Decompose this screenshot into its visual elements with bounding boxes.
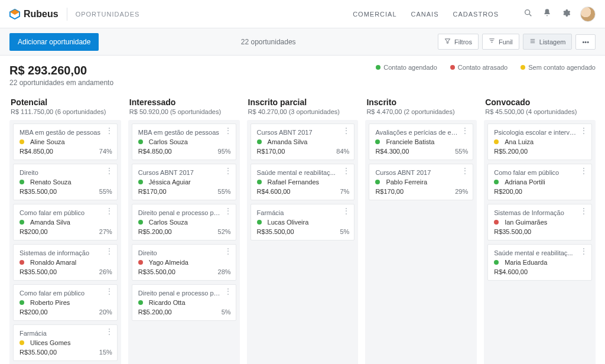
legend-atrasado: Contato atrasado [450, 64, 508, 71]
column-title: Inscrito [366, 98, 476, 107]
opportunity-card[interactable]: ⋮Cursos ABNT 2017Jéssica AguiarR$170,005… [132, 164, 236, 200]
card-value-row: R$5.200,005% [138, 308, 231, 316]
card-menu-icon[interactable]: ⋮ [342, 128, 350, 134]
opportunity-card[interactable]: ⋮FarmáciaUlices GomesR$35.500,0015% [13, 324, 118, 361]
summary-subtitle: 22 oportunidades em andamento [9, 79, 113, 87]
card-value-row: R$35.500,0055% [19, 188, 112, 195]
add-opportunity-button[interactable]: Adicionar oportunidade [9, 33, 99, 51]
card-menu-icon[interactable]: ⋮ [105, 248, 113, 254]
main-nav: COMERCIAL CANAIS CADASTROS [353, 6, 596, 22]
card-person-row: Ian Guimarães [494, 219, 587, 226]
svg-marker-4 [445, 39, 450, 43]
header-icons [523, 6, 596, 22]
card-amount: R$5.200,00 [138, 308, 172, 316]
card-percent: 52% [218, 228, 231, 235]
opportunity-card[interactable]: ⋮Sistemas de informaçãoRonaldo AmaralR$3… [13, 244, 118, 281]
card-menu-icon[interactable]: ⋮ [580, 208, 588, 214]
filtros-button[interactable]: Filtros [438, 34, 479, 50]
card-menu-icon[interactable]: ⋮ [224, 168, 232, 174]
opportunity-card[interactable]: ⋮Sistemas de InformaçãoIan GuimarãesR$35… [487, 204, 592, 240]
bell-icon[interactable] [542, 8, 552, 20]
card-menu-icon[interactable]: ⋮ [105, 168, 113, 174]
card-percent: 5% [340, 228, 349, 235]
legend-sem: Sem contato agendado [521, 64, 596, 71]
more-button[interactable]: ••• [575, 34, 596, 50]
logo[interactable]: Rubeus [9, 9, 58, 20]
card-percent: 95% [218, 148, 231, 155]
card-menu-icon[interactable]: ⋮ [224, 208, 232, 214]
status-dot-icon [494, 139, 499, 144]
status-dot-icon [138, 139, 143, 144]
status-dot-icon [375, 180, 380, 184]
column-subtitle: R$ 4.470,00 (2 oportunidades) [366, 108, 476, 115]
card-value-row: R$4.600,007% [257, 188, 350, 195]
card-menu-icon[interactable]: ⋮ [105, 208, 113, 214]
opportunity-card[interactable]: ⋮Saúde mental e reabilitaç...Maria Eduar… [487, 244, 592, 281]
opportunity-card[interactable]: ⋮Como falar em públicoAdriana PortiliR$2… [487, 164, 592, 200]
opportunity-card[interactable]: ⋮Cursos ABNT 2017Pablo FerreiraR$170,002… [369, 164, 473, 200]
card-title: Direito penal e processo penal [138, 290, 231, 297]
card-person: Ronaldo Amaral [30, 259, 76, 266]
card-person: Rafael Fernandes [268, 178, 319, 186]
filter-icon [444, 38, 451, 46]
column-body[interactable]: ⋮MBA em gestão de pessoasCarlos SouzaR$4… [128, 120, 240, 364]
card-menu-icon[interactable]: ⋮ [461, 128, 469, 134]
opportunity-card[interactable]: ⋮DireitoRenato SouzaR$35.500,0055% [13, 164, 118, 200]
opportunity-card[interactable]: ⋮Avaliações e perícias de eng...Franciel… [369, 124, 473, 160]
card-title: Avaliações e perícias de eng... [375, 129, 468, 136]
column-body[interactable]: ⋮Avaliações e perícias de eng...Franciel… [365, 120, 477, 364]
card-menu-icon[interactable]: ⋮ [224, 128, 232, 134]
nav-canais[interactable]: CANAIS [411, 11, 439, 18]
opportunity-card[interactable]: ⋮Saúde mental e reabilitaç...Rafael Fern… [251, 164, 355, 200]
card-menu-icon[interactable]: ⋮ [580, 168, 588, 174]
card-menu-icon[interactable]: ⋮ [580, 248, 588, 254]
opportunity-card[interactable]: ⋮Como falar em públicoAmanda SilvaR$200,… [13, 204, 118, 240]
column-body[interactable]: ⋮MBA em gestão de pessoasAline SouzaR$4.… [9, 120, 121, 364]
card-person-row: Roberto Pires [19, 299, 112, 306]
card-person: Maria Eduarda [505, 259, 547, 266]
card-title: Sistemas de Informação [494, 209, 587, 216]
status-dot-icon [257, 139, 262, 144]
card-menu-icon[interactable]: ⋮ [224, 248, 232, 254]
status-dot-icon [494, 180, 499, 184]
status-dot-icon [257, 220, 262, 225]
opportunity-card[interactable]: ⋮MBA em gestão de pessoasAline SouzaR$4.… [13, 124, 118, 160]
card-menu-icon[interactable]: ⋮ [105, 288, 113, 294]
card-person: Amanda Silva [268, 138, 308, 145]
kanban-board: PotencialR$ 111.750,00 (6 oportunidades)… [0, 93, 605, 364]
header-divider [67, 8, 67, 21]
search-icon[interactable] [523, 8, 533, 20]
opportunity-card[interactable]: ⋮Direito penal e processo penalCarlos So… [132, 204, 236, 240]
card-person: Carlos Souza [149, 138, 188, 145]
card-percent: 20% [99, 308, 112, 316]
opportunity-card[interactable]: ⋮Como falar em públicoRoberto PiresR$200… [13, 284, 118, 321]
opportunity-card[interactable]: ⋮Cursos ABNT 2017Amanda SilvaR$170,0084% [251, 124, 355, 160]
avatar[interactable] [580, 6, 596, 22]
opportunity-card[interactable]: ⋮Psicologia escolar e interven...Ana Lui… [487, 124, 592, 160]
opportunity-card[interactable]: ⋮FarmáciaLucas OliveiraR$35.500,005% [251, 204, 355, 240]
card-title: MBA em gestão de pessoas [138, 129, 231, 136]
card-menu-icon[interactable]: ⋮ [342, 208, 350, 214]
column-body[interactable]: ⋮Psicologia escolar e interven...Ana Lui… [484, 120, 596, 364]
listagem-button[interactable]: Listagem [523, 34, 573, 50]
card-menu-icon[interactable]: ⋮ [342, 168, 350, 174]
card-menu-icon[interactable]: ⋮ [580, 128, 588, 134]
card-menu-icon[interactable]: ⋮ [461, 168, 469, 174]
card-percent: 55% [218, 188, 231, 195]
nav-comercial[interactable]: COMERCIAL [353, 11, 396, 18]
opportunity-card[interactable]: ⋮Direito penal e processo penalRicardo O… [132, 284, 236, 321]
funil-button[interactable]: Funil [482, 34, 519, 50]
card-amount: R$200,00 [494, 188, 522, 195]
svg-line-3 [529, 14, 531, 16]
card-menu-icon[interactable]: ⋮ [105, 128, 113, 134]
column-body[interactable]: ⋮Cursos ABNT 2017Amanda SilvaR$170,0084%… [247, 120, 359, 364]
card-menu-icon[interactable]: ⋮ [105, 329, 113, 334]
opportunity-card[interactable]: ⋮MBA em gestão de pessoasCarlos SouzaR$4… [132, 124, 236, 160]
card-value-row: R$4.300,0055% [375, 148, 468, 155]
opportunity-card[interactable]: ⋮DireitoYago AlmeidaR$35.500,0028% [132, 244, 236, 281]
card-value-row: R$35.500,0026% [19, 268, 112, 275]
gear-icon[interactable] [561, 8, 571, 20]
nav-cadastros[interactable]: CADASTROS [453, 11, 499, 18]
card-menu-icon[interactable]: ⋮ [224, 288, 232, 294]
kanban-column: InteressadoR$ 50.920,00 (5 oportunidades… [125, 95, 243, 358]
